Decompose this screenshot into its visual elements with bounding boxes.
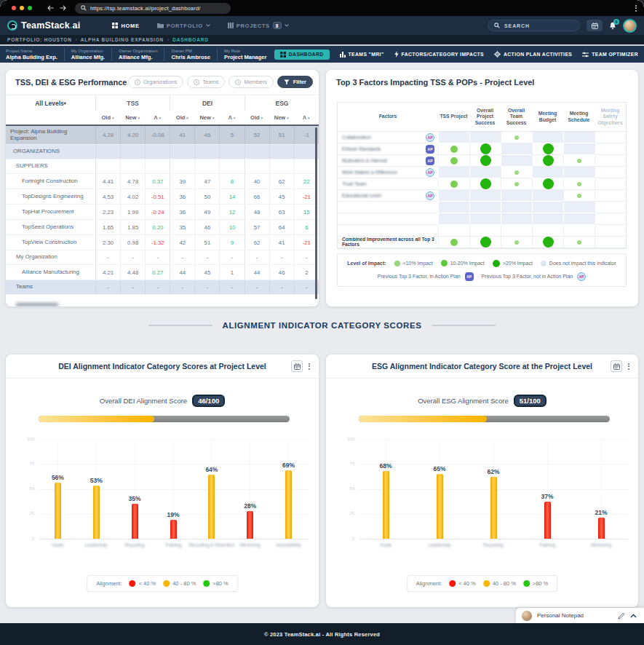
cell: - xyxy=(120,250,145,264)
close-icon[interactable]: × xyxy=(235,79,241,85)
breadcrumb-item[interactable]: PORTFOLIO: HOUSTON xyxy=(7,37,72,42)
calendar-button[interactable] xyxy=(587,20,603,31)
row-label: TopView Construction xyxy=(6,240,95,246)
nav-portfolio[interactable]: PORTFOLIO xyxy=(157,23,210,29)
close-icon[interactable]: × xyxy=(194,79,199,85)
bar xyxy=(437,474,443,539)
tab-team-optimizer[interactable]: TEAM OPTIMIZER xyxy=(582,52,638,58)
filter-pill-members[interactable]: ×Members xyxy=(228,76,273,88)
brand-logo[interactable]: TeamStack.ai xyxy=(7,20,80,31)
pencil-icon[interactable] xyxy=(618,612,625,620)
filter-pill-teams[interactable]: ×Teams xyxy=(187,76,225,88)
sort-old[interactable]: Old▾ xyxy=(170,111,194,124)
filter-pill-organizations[interactable]: ×Organizations xyxy=(128,76,183,88)
tab-action-plan-activities[interactable]: ACTION PLAN ACTIVITIES xyxy=(494,51,572,58)
personal-notepad[interactable]: Personal Notepad xyxy=(516,608,644,623)
chevron-up-icon[interactable] xyxy=(630,614,637,618)
kebab-menu-icon[interactable] xyxy=(627,362,631,371)
forward-icon[interactable] xyxy=(60,5,66,11)
impact-cell xyxy=(438,155,469,167)
cell: 64 xyxy=(269,220,294,234)
sliders-icon xyxy=(582,52,589,58)
window-minimize-icon[interactable] xyxy=(20,6,24,10)
table-row[interactable]: Teams--------- xyxy=(6,280,319,295)
tab-dashboard[interactable]: DASHBOARD xyxy=(274,50,330,60)
table-row[interactable]: TopDesigns Engineering4.534.02-0.5136501… xyxy=(6,189,319,205)
cell: - xyxy=(194,280,219,294)
notifications-button[interactable]: 0 xyxy=(609,22,616,30)
bar-value-label: 53% xyxy=(90,477,103,484)
table-row[interactable]: Project: Alpha Building Expansion4.284.2… xyxy=(6,126,319,145)
impact-dot xyxy=(577,159,581,163)
table-row[interactable]: ORGANIZATIONS xyxy=(6,145,319,159)
table-row[interactable]: Fortnight Construction4.414.780.37394784… xyxy=(6,174,319,189)
window-maximize-icon[interactable] xyxy=(28,6,32,10)
sort-delta[interactable]: Λ▾ xyxy=(219,111,244,124)
bar xyxy=(55,483,61,539)
table-row[interactable]: Alliance Manufacturing4.214.480.27444514… xyxy=(6,265,319,280)
legend-title: Alignment: xyxy=(416,580,442,587)
matrix-column-header: Meeting Schedule xyxy=(563,103,595,132)
filter-button[interactable]: Filter xyxy=(277,76,313,88)
notification-count-badge: 0 xyxy=(613,19,619,25)
cell: - xyxy=(95,250,120,264)
level-selector[interactable]: All Levels ▾ xyxy=(6,95,95,111)
gauge-row: Overall DEI Alignment Score 46/100 xyxy=(6,395,319,407)
browser-menu-icon[interactable] xyxy=(635,5,637,12)
tab-factors-category-impacts[interactable]: FACTORS/CATEGORY IMPACTS xyxy=(394,51,484,58)
matrix-column-header: Factors xyxy=(338,103,438,132)
ap-not-in-action-plan-badge: AP xyxy=(426,191,434,200)
tab-teams-mri[interactable]: TEAMS "MRI" xyxy=(340,52,384,58)
table-row[interactable]: TopView Construction2.300.98-1.324251962… xyxy=(6,235,319,250)
project-field: Owner PMChris Ambrose xyxy=(164,48,217,61)
breadcrumb-item[interactable]: ALPHA BUILDING EXPANSION xyxy=(81,37,164,42)
gauge-fill xyxy=(359,416,487,422)
sort-delta[interactable]: Λ▾ xyxy=(294,111,319,124)
impact-cell xyxy=(438,167,469,178)
sort-new[interactable]: New▾ xyxy=(269,111,294,124)
bar xyxy=(285,470,292,539)
table-row[interactable]: TopSeed Operations1.651.850.203546105764… xyxy=(6,220,319,235)
calendar-button[interactable] xyxy=(291,360,303,372)
back-icon[interactable] xyxy=(47,5,54,11)
sort-old[interactable]: Old▾ xyxy=(245,111,269,124)
impact-levels-line: Level of Impact:<10% Impact10-20% Impact… xyxy=(347,260,616,267)
bar xyxy=(490,477,497,539)
table-row[interactable]: My Organization--------- xyxy=(6,250,319,265)
sort-delta[interactable]: Λ▾ xyxy=(145,111,170,124)
impact-cell xyxy=(595,213,626,225)
user-avatar[interactable] xyxy=(623,19,637,33)
cell: - xyxy=(219,280,244,294)
nav-projects[interactable]: PROJECTS8 xyxy=(228,22,289,29)
table-row[interactable]: TopHat Procurement2.231.99-0.24364912486… xyxy=(6,205,319,220)
search-input[interactable]: SEARCH xyxy=(488,20,580,31)
cell: 46 xyxy=(269,265,294,280)
field-value: Project Manager xyxy=(224,54,266,60)
search-icon xyxy=(494,23,500,28)
breadcrumb-item[interactable]: DASHBOARD xyxy=(172,37,208,42)
address-bar[interactable]: https://tsp.teamstack.ai/project_dashboa… xyxy=(75,3,231,14)
bolt-icon xyxy=(394,51,399,58)
window-close-icon[interactable] xyxy=(12,6,16,10)
matrix-column-header: TSS Project xyxy=(438,103,469,132)
sort-old[interactable]: Old▾ xyxy=(95,111,120,124)
legend-dot xyxy=(394,261,400,266)
kebab-menu-icon[interactable] xyxy=(307,362,311,371)
notepad-label: Personal Notepad xyxy=(537,612,613,619)
cell: 35 xyxy=(170,220,194,234)
cell: - xyxy=(269,280,294,294)
sort-new[interactable]: New▾ xyxy=(120,111,145,124)
cell: 1.99 xyxy=(120,205,145,219)
sort-new[interactable]: New▾ xyxy=(194,111,219,124)
legend-dot xyxy=(441,260,448,266)
table-row[interactable]: SUPPLIERS xyxy=(6,159,319,174)
impact-cell xyxy=(469,155,501,167)
calendar-button[interactable] xyxy=(611,360,622,372)
project-field: My RoleProject Manager xyxy=(217,48,273,61)
close-icon[interactable]: × xyxy=(135,79,140,85)
table-scrollbar[interactable] xyxy=(315,127,317,299)
nav-home[interactable]: HOME xyxy=(112,23,139,29)
impact-cell xyxy=(438,225,469,237)
impact-cell xyxy=(501,143,532,155)
impact-cell xyxy=(438,190,469,202)
